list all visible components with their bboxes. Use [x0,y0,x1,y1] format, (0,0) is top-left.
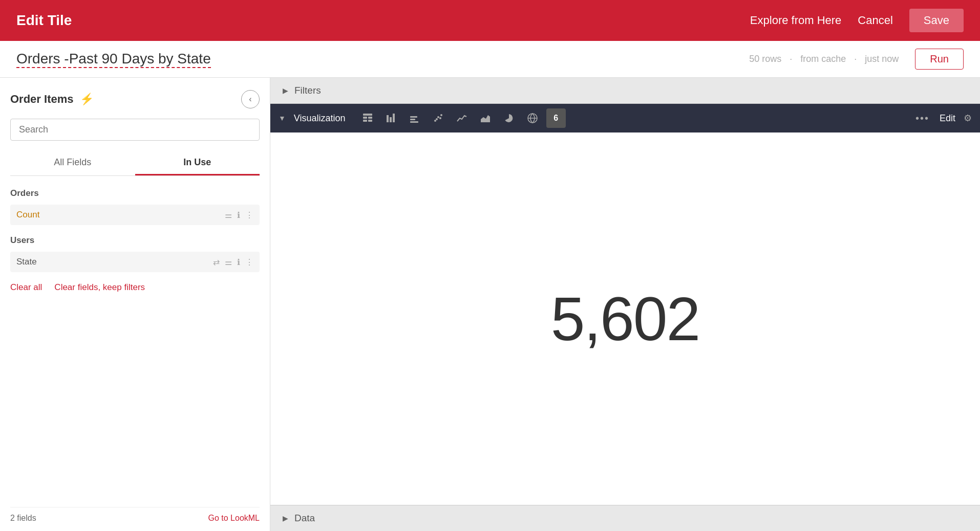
explore-from-here-button[interactable]: Explore from Here [750,14,842,27]
clear-all-button[interactable]: Clear all [10,282,42,293]
run-button[interactable]: Run [915,49,964,70]
query-bar: Orders -Past 90 Days by State 50 rows · … [0,41,980,78]
svg-rect-8 [410,116,417,118]
svg-rect-6 [390,117,392,122]
count-field-row: Count ⚌ ℹ ⋮ [10,205,260,225]
clear-actions: Clear all Clear fields, keep filters [10,278,260,293]
svg-point-11 [434,120,436,122]
query-meta: 50 rows · from cache · just now Run [749,49,964,70]
more-icon[interactable]: ⋮ [245,210,253,220]
filters-bar[interactable]: ▶ Filters [270,78,980,104]
tab-all-fields[interactable]: All Fields [10,151,135,175]
filter-icon-state[interactable]: ⚌ [225,257,232,267]
search-input[interactable] [10,119,260,141]
more-viz-options-button[interactable]: ••• [915,113,929,124]
column-chart-icon-button[interactable] [405,108,424,128]
more-icon-state[interactable]: ⋮ [245,257,253,267]
svg-rect-9 [410,119,415,120]
viz-chevron-icon: ▼ [279,114,286,122]
count-field-icons: ⚌ ℹ ⋮ [225,210,253,220]
state-field-icons: ⇄ ⚌ ℹ ⋮ [213,257,253,267]
svg-rect-5 [387,115,389,122]
separator-2: · [854,54,857,64]
svg-marker-16 [481,115,490,122]
data-chevron-icon: ▶ [283,514,288,522]
info-icon[interactable]: ℹ [237,210,240,220]
single-value-display: 5,602 [551,283,699,354]
save-button[interactable]: Save [909,9,964,32]
svg-rect-4 [368,120,372,122]
model-name: Order Items [10,93,74,106]
tab-in-use[interactable]: In Use [135,151,260,175]
state-field-name: State [16,257,213,267]
cancel-button[interactable]: Cancel [858,14,892,27]
count-field-name: Count [16,210,225,220]
query-title: Orders -Past 90 Days by State [16,51,211,68]
pivot-icon[interactable]: ⇄ [213,257,220,267]
map-icon-button[interactable] [523,108,542,128]
svg-rect-7 [393,114,395,122]
header: Edit Tile Explore from Here Cancel Save [0,0,980,41]
svg-rect-2 [368,117,372,119]
svg-rect-0 [363,114,372,116]
svg-rect-3 [363,120,367,122]
scatter-icon-button[interactable] [429,108,448,128]
table-icon-button[interactable] [358,108,377,128]
svg-point-12 [437,116,439,118]
svg-point-15 [439,117,441,119]
svg-point-13 [440,114,442,116]
filter-icon[interactable]: ⚌ [225,210,232,220]
go-to-lookml-button[interactable]: Go to LookML [208,514,260,523]
header-actions: Explore from Here Cancel Save [750,9,964,32]
svg-point-14 [436,118,438,120]
state-field-row: State ⇄ ⚌ ℹ ⋮ [10,252,260,272]
sidebar: Order Items ⚡ ‹ All Fields In Use Orders… [0,78,270,531]
model-label: Order Items ⚡ [10,93,94,106]
separator-1: · [790,54,792,64]
edit-viz-button[interactable]: Edit [940,113,955,124]
main-content: Order Items ⚡ ‹ All Fields In Use Orders… [0,78,980,531]
svg-rect-10 [410,121,418,123]
visualization-label: Visualization [294,113,346,124]
single-value-symbol: 6 [553,114,558,123]
info-icon-state[interactable]: ℹ [237,257,240,267]
data-bar[interactable]: ▶ Data [270,505,980,531]
fields-count: 2 fields [10,514,36,523]
visualization-bar: ▼ Visualization [270,104,980,132]
bar-chart-icon-button[interactable] [381,108,401,128]
filters-label: Filters [294,85,321,96]
pie-chart-icon-button[interactable] [499,108,519,128]
filters-chevron-icon: ▶ [283,86,288,95]
right-panel: ▶ Filters ▼ Visualization [270,78,980,531]
lightning-icon: ⚡ [80,93,94,106]
query-time: just now [865,54,899,64]
line-chart-icon-button[interactable] [452,108,472,128]
collapse-sidebar-button[interactable]: ‹ [241,90,260,108]
area-chart-icon-button[interactable] [476,108,495,128]
cache-source: from cache [800,54,846,64]
field-tabs: All Fields In Use [10,151,260,176]
users-section-label: Users [10,233,260,248]
sidebar-header: Order Items ⚡ ‹ [10,90,260,108]
rows-count: 50 rows [749,54,781,64]
svg-rect-1 [363,117,367,119]
page-title: Edit Tile [16,12,72,29]
sidebar-footer: 2 fields Go to LookML [10,507,260,523]
fields-section: Orders Count ⚌ ℹ ⋮ Users State ⇄ ⚌ ℹ ⋮ [10,186,260,503]
data-label: Data [294,513,315,524]
orders-section-label: Orders [10,186,260,201]
clear-fields-keep-filters-button[interactable]: Clear fields, keep filters [54,282,145,293]
visualization-area: 5,602 [270,132,980,505]
single-value-icon-button[interactable]: 6 [546,108,566,128]
viz-settings-icon[interactable]: ⚙ [964,113,972,124]
